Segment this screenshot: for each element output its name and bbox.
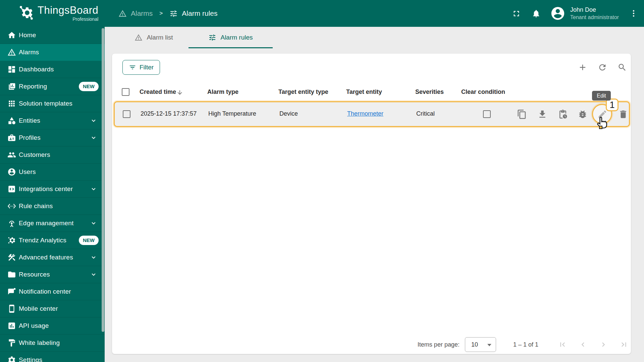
items-per-page-select[interactable]: 10 [465,337,496,352]
sidebar-item-label: Edge management [19,220,74,227]
breadcrumb-current: Alarm rules [182,9,217,17]
sidebar-item-alarms[interactable]: Alarms [0,44,105,61]
sidebar-item-settings[interactable]: Settings [0,352,105,362]
sidebar-item-label: Solution templates [19,100,72,107]
sidebar-item-label: Trendz Analytics [19,237,66,244]
breadcrumb-parent[interactable]: Alarms [131,9,153,17]
tab-label: Alarm rules [220,34,253,41]
previous-page-icon[interactable] [579,340,587,349]
filter-button[interactable]: Filter [122,60,160,75]
sidebar-item-dashboards[interactable]: Dashboards [0,61,105,78]
trendz-icon [7,236,16,245]
sidebar-item-home[interactable]: Home [0,27,105,44]
last-page-icon[interactable] [620,340,628,349]
sort-desc-icon[interactable] [176,89,183,96]
download-icon[interactable] [537,109,547,119]
sidebar-item-advanced-features[interactable]: Advanced features [0,249,105,266]
column-header-target-entity[interactable]: Target entity [346,88,382,96]
next-page-icon[interactable] [599,340,608,349]
sidebar-item-customers[interactable]: Customers [0,146,105,164]
tab-alarm-list[interactable]: Alarm list [119,27,189,48]
more-vert-icon[interactable] [629,9,638,18]
refresh-icon[interactable] [598,63,607,72]
user-info[interactable]: John Doe Tenant administrator [570,6,621,20]
app-logo[interactable]: ThingsBoard Professional [18,5,98,22]
sidebar-item-integrations-center[interactable]: Integrations center [0,181,105,198]
sidebar-item-label: Advanced features [19,254,73,261]
new-badge: NEW [79,82,99,91]
sidebar-item-users[interactable]: Users [0,164,105,181]
warning-icon [135,34,143,42]
apps-icon [7,99,16,108]
sidebar-item-edge-management[interactable]: Edge management [0,215,105,232]
sidebar-scrollbar[interactable] [102,28,104,332]
dashboards-icon [7,65,16,74]
tab-alarm-rules[interactable]: Alarm rules [189,27,273,48]
sidebar-item-label: Rule chains [19,202,53,210]
chevron-down-icon [90,185,97,193]
cell-target-entity: Thermometer [347,110,383,117]
resources-icon [7,270,16,279]
cell-created-time: 2025-12-15 17:37:57 [141,110,197,117]
debug-icon[interactable] [578,109,588,119]
notification-icon [7,287,16,296]
edit-tooltip: Edit [592,91,611,101]
select-caret-icon [487,344,491,346]
pending-actions-icon[interactable] [558,109,568,119]
tab-label: Alarm list [147,34,173,41]
sidebar-item-rule-chains[interactable]: Rule chains [0,198,105,215]
active-tab-indicator [189,47,273,48]
home-icon [7,31,16,40]
first-page-icon[interactable] [558,340,567,349]
sidebar-item-api-usage[interactable]: API usage [0,317,105,335]
warning-icon [118,9,127,18]
thingsboard-logo-icon [18,5,34,21]
sidebar-item-notification-center[interactable]: Notification center [0,283,105,300]
sidebar-item-profiles[interactable]: Profiles [0,129,105,146]
column-header-severities[interactable]: Severities [415,88,444,96]
sidebar-item-label: Integrations center [19,185,73,193]
sidebar-item-reporting[interactable]: Reporting NEW [0,78,105,95]
notifications-icon[interactable] [532,9,541,18]
column-header-alarm-type[interactable]: Alarm type [207,88,238,96]
click-marker [599,126,602,129]
sidebar-item-white-labeling[interactable]: White labeling [0,335,105,352]
add-icon[interactable] [578,63,587,72]
sidebar-item-mobile-center[interactable]: Mobile center [0,300,105,317]
integrations-icon [7,185,16,193]
delete-icon[interactable] [618,109,628,119]
profiles-icon [7,133,16,142]
sidebar-item-trendz-analytics[interactable]: Trendz Analytics NEW [0,232,105,249]
copy-icon[interactable] [517,109,527,119]
target-entity-link[interactable]: Thermometer [347,110,383,117]
sidebar-item-label: Reporting [19,83,47,90]
rule-chains-icon [7,202,16,210]
warning-icon [7,48,16,57]
table-row[interactable]: 2025-12-15 17:37:57 High Temperature Dev… [114,101,630,127]
column-header-created-time[interactable]: Created time [140,88,176,96]
select-all-checkbox[interactable] [122,88,129,96]
sidebar-item-label: Notification center [19,288,71,295]
api-usage-icon [7,321,16,330]
app-title: ThingsBoard [38,5,98,16]
sidebar-item-label: Dashboards [19,66,54,73]
sidebar-item-resources[interactable]: Resources [0,266,105,283]
page-range-label: 1 – 1 of 1 [513,341,538,348]
sidebar-item-label: White labeling [19,339,60,347]
sidebar-item-entities[interactable]: Entities [0,112,105,129]
clear-condition-checkbox[interactable] [483,110,491,118]
app-header: ThingsBoard Professional Alarms > Alarm … [0,0,644,27]
row-checkbox[interactable] [123,110,130,118]
column-header-clear-condition[interactable]: Clear condition [461,88,505,96]
mobile-icon [7,304,16,313]
search-icon[interactable] [618,63,627,72]
sidebar-item-solution-templates[interactable]: Solution templates [0,95,105,112]
avatar-icon[interactable] [550,6,566,21]
fullscreen-icon[interactable] [512,9,521,18]
users-icon [7,168,16,176]
column-header-target-entity-type[interactable]: Target entity type [278,88,328,96]
cell-severities: Critical [416,110,435,117]
app-edition: Professional [38,16,98,22]
items-per-page-label: Items per page: [418,341,460,348]
user-role: Tenant administrator [570,14,621,20]
